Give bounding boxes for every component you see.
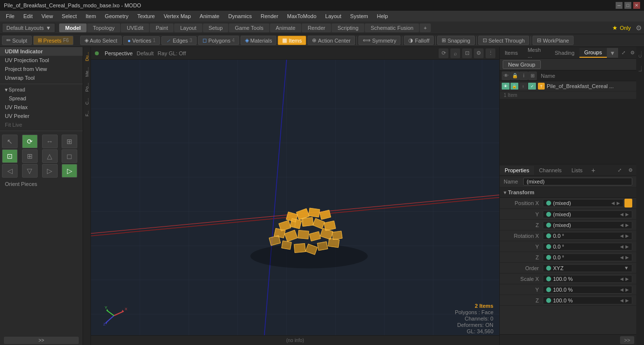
tab-schematic-fusion[interactable]: Schematic Fusion [365, 23, 419, 32]
items-button[interactable]: ▦ Items [278, 36, 306, 45]
tab-model[interactable]: Model [59, 23, 87, 32]
menu-file[interactable]: File [2, 12, 19, 20]
prop-arrow-ry-r[interactable]: ▶ [625, 244, 629, 249]
window-controls[interactable]: ─ □ ✕ [616, 2, 640, 9]
tool-icon-4[interactable]: ◻ [62, 149, 77, 163]
prop-arrow-sy-l[interactable]: ◀ [620, 287, 623, 292]
menu-animate[interactable]: Animate [196, 12, 223, 20]
tool-uv-peeler[interactable]: UV Peeler [0, 112, 83, 120]
item-icon-check[interactable]: ✓ [528, 83, 536, 90]
prop-value-position-x[interactable]: (mixed) ◀ ▶ [543, 199, 623, 207]
settings-icon[interactable]: ⚙ [636, 24, 642, 32]
prop-dot-rz[interactable] [546, 255, 551, 260]
menu-edit[interactable]: Edit [20, 12, 37, 20]
menu-vertex-map[interactable]: Vertex Map [160, 12, 195, 20]
viewport-perspective-label[interactable]: Perspective [105, 50, 133, 56]
viewport-raygl-label[interactable]: Ray GL: Off [157, 50, 186, 56]
menu-item[interactable]: Item [82, 12, 100, 20]
viewport[interactable]: Perspective Default Ray GL: Off ⟳ ⌕ ⊡ ⚙ … [91, 47, 499, 345]
tool-orient-pieces[interactable]: Orient Pieces [0, 180, 83, 188]
viewport-default-label[interactable]: Default [136, 50, 154, 56]
edges-button[interactable]: ⟋ Edges 3 [161, 36, 197, 45]
prop-dot-sy[interactable] [546, 287, 551, 292]
tool-icon-3[interactable]: △ [42, 149, 58, 163]
prop-dot-ry[interactable] [546, 244, 551, 249]
right-vtab-l[interactable]: L... [637, 62, 644, 76]
vtab-du[interactable]: Du... [84, 49, 90, 64]
prop-value-order[interactable]: XYZ ▼ [543, 264, 632, 272]
props-settings[interactable]: ⚙ [626, 166, 634, 174]
tab-mesh[interactable]: Mesh ... [523, 46, 550, 60]
prop-arrow-rx-r[interactable]: ▶ [625, 233, 629, 238]
right-top-chevron[interactable]: ▾ [607, 48, 618, 58]
action-center-button[interactable]: ⊕ Action Center [308, 36, 355, 45]
prop-dot-rx[interactable] [546, 233, 551, 238]
items-group-row[interactable]: 👁 🔒 i ✓ T Pile_of_Breakfast_Cereal ... [500, 81, 636, 92]
vtab-f[interactable]: F... [84, 108, 90, 119]
minimize-button[interactable]: ─ [616, 2, 622, 9]
snapping-button[interactable]: ⊞ Snapping [437, 36, 475, 45]
menu-dynamics[interactable]: Dynamics [224, 12, 256, 20]
tool-project-from-view[interactable]: Project from View [0, 65, 83, 73]
prop-value-rotation-y[interactable]: 0.0 ° ◀ ▶ [543, 243, 632, 251]
item-icon-eye[interactable]: 👁 [502, 83, 510, 90]
menu-layout[interactable]: Layout [321, 12, 345, 20]
sculpt-button[interactable]: ✏ Sculpt [2, 36, 32, 45]
tab-channels[interactable]: Channels [534, 166, 566, 175]
prop-arrow-sz-r[interactable]: ▶ [625, 298, 629, 303]
tab-groups[interactable]: Groups [579, 48, 607, 58]
tool-uv-projection[interactable]: UV Projection Tool [0, 56, 83, 65]
vtab-me[interactable]: Me... [84, 64, 90, 80]
viewport-more-icon[interactable]: ⋮ [486, 48, 495, 58]
prop-arrow-rz-r[interactable]: ▶ [625, 255, 629, 260]
prop-arrow-px-r[interactable]: ▶ [617, 201, 620, 206]
prop-dot-sz[interactable] [546, 298, 551, 303]
tool-icon-move[interactable]: ↖ [2, 135, 18, 148]
props-nav-button[interactable]: >> [620, 336, 634, 344]
tool-icon-2[interactable]: ⊞ [22, 149, 38, 163]
prop-value-scale-z[interactable]: 100.0 % ◀ ▶ [543, 297, 632, 304]
vertices-button[interactable]: ● Vertices 1 [123, 36, 160, 45]
prop-arrow-px-l[interactable]: ◀ [611, 201, 615, 206]
prop-value-scale-y[interactable]: 100.0 % ◀ ▶ [543, 286, 632, 294]
prop-arrow-sy-r[interactable]: ▶ [625, 287, 629, 292]
name-input[interactable] [523, 178, 632, 185]
tool-spread[interactable]: Spread [0, 94, 83, 103]
right-top-expand[interactable]: ⤢ [620, 49, 627, 57]
prop-value-position-y[interactable]: (mixed) ◀ ▶ [543, 210, 632, 218]
prop-arrow-py-r[interactable]: ▶ [625, 212, 629, 217]
maximize-button[interactable]: □ [624, 2, 631, 9]
menu-help[interactable]: Help [373, 12, 392, 20]
prop-arrow-rz-l[interactable]: ◀ [620, 255, 623, 260]
prop-value-position-z[interactable]: (mixed) ◀ ▶ [543, 221, 632, 229]
tab-game-tools[interactable]: Game Tools [229, 23, 269, 32]
tool-icon-transform[interactable]: ⊞ [62, 135, 77, 148]
symmetry-button[interactable]: ⟺ Symmetry [358, 36, 401, 45]
prop-arrow-ry-l[interactable]: ◀ [620, 244, 623, 249]
select-through-button[interactable]: ⊡ Select Through [478, 36, 529, 45]
tab-render[interactable]: Render [302, 23, 331, 32]
props-expand[interactable]: ⤢ [616, 166, 623, 174]
workplane-button[interactable]: ⊟ WorkPlane [533, 36, 574, 45]
tool-icon-down[interactable]: ▽ [22, 164, 38, 178]
tab-paint[interactable]: Paint [150, 23, 174, 32]
right-vtab-c[interactable]: C... [637, 47, 644, 62]
tool-icon-rotate[interactable]: ⟳ [22, 135, 38, 148]
col-icon-info[interactable]: i [519, 71, 528, 80]
prop-dot-order[interactable] [546, 266, 551, 271]
tab-animate[interactable]: Animate [270, 23, 301, 32]
prop-dot-sx[interactable] [546, 276, 551, 281]
default-layouts-dropdown[interactable]: Default Layouts ▼ [2, 23, 55, 33]
prop-arrow-sx-r[interactable]: ▶ [625, 276, 629, 281]
tab-shading[interactable]: Shading [550, 48, 579, 57]
menu-geometry[interactable]: Geometry [101, 12, 132, 20]
col-icon-tag[interactable]: ⊞ [528, 71, 537, 80]
prop-arrow-sx-l[interactable]: ◀ [620, 276, 623, 281]
materials-button[interactable]: ◈ Materials [241, 36, 277, 45]
vtab-c[interactable]: C... [84, 95, 90, 108]
vtab-po[interactable]: Po... [84, 80, 90, 95]
viewport-frame-icon[interactable]: ⊡ [462, 48, 472, 58]
right-top-settings[interactable]: ⚙ [629, 49, 636, 57]
tool-icon-1[interactable]: ⊡ [2, 149, 18, 163]
item-icon-info[interactable]: i [519, 83, 527, 90]
